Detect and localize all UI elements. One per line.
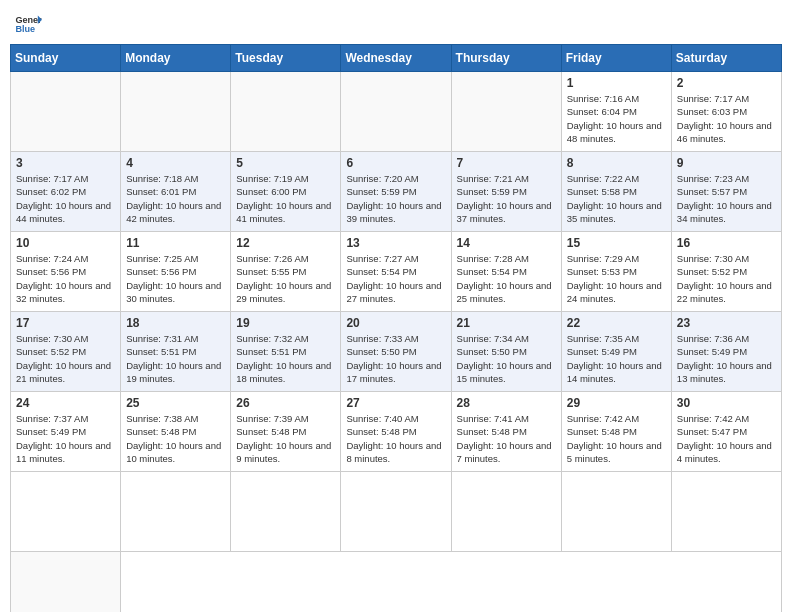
day-number: 5 bbox=[236, 156, 335, 170]
calendar-day-cell: 1Sunrise: 7:16 AM Sunset: 6:04 PM Daylig… bbox=[561, 72, 671, 152]
day-info: Sunrise: 7:28 AM Sunset: 5:54 PM Dayligh… bbox=[457, 252, 556, 305]
empty-cell bbox=[341, 472, 451, 552]
weekday-header: Sunday bbox=[11, 45, 121, 72]
day-info: Sunrise: 7:36 AM Sunset: 5:49 PM Dayligh… bbox=[677, 332, 776, 385]
day-number: 15 bbox=[567, 236, 666, 250]
day-number: 21 bbox=[457, 316, 556, 330]
day-number: 12 bbox=[236, 236, 335, 250]
weekday-header: Monday bbox=[121, 45, 231, 72]
calendar-day-cell: 11Sunrise: 7:25 AM Sunset: 5:56 PM Dayli… bbox=[121, 232, 231, 312]
day-number: 25 bbox=[126, 396, 225, 410]
empty-cell bbox=[121, 472, 231, 552]
day-number: 3 bbox=[16, 156, 115, 170]
day-info: Sunrise: 7:42 AM Sunset: 5:47 PM Dayligh… bbox=[677, 412, 776, 465]
weekday-header: Tuesday bbox=[231, 45, 341, 72]
weekday-header: Thursday bbox=[451, 45, 561, 72]
day-info: Sunrise: 7:35 AM Sunset: 5:49 PM Dayligh… bbox=[567, 332, 666, 385]
calendar-day-cell: 18Sunrise: 7:31 AM Sunset: 5:51 PM Dayli… bbox=[121, 312, 231, 392]
calendar-day-cell: 2Sunrise: 7:17 AM Sunset: 6:03 PM Daylig… bbox=[671, 72, 781, 152]
calendar-day-cell: 17Sunrise: 7:30 AM Sunset: 5:52 PM Dayli… bbox=[11, 312, 121, 392]
day-number: 30 bbox=[677, 396, 776, 410]
calendar-day-cell: 12Sunrise: 7:26 AM Sunset: 5:55 PM Dayli… bbox=[231, 232, 341, 312]
day-info: Sunrise: 7:31 AM Sunset: 5:51 PM Dayligh… bbox=[126, 332, 225, 385]
generalblue-logo-icon: General Blue bbox=[14, 10, 42, 38]
day-info: Sunrise: 7:29 AM Sunset: 5:53 PM Dayligh… bbox=[567, 252, 666, 305]
day-number: 7 bbox=[457, 156, 556, 170]
calendar-week-row: 3Sunrise: 7:17 AM Sunset: 6:02 PM Daylig… bbox=[11, 152, 782, 232]
day-number: 23 bbox=[677, 316, 776, 330]
day-info: Sunrise: 7:17 AM Sunset: 6:03 PM Dayligh… bbox=[677, 92, 776, 145]
empty-cell bbox=[561, 472, 671, 552]
day-number: 4 bbox=[126, 156, 225, 170]
calendar-day-cell: 15Sunrise: 7:29 AM Sunset: 5:53 PM Dayli… bbox=[561, 232, 671, 312]
day-info: Sunrise: 7:16 AM Sunset: 6:04 PM Dayligh… bbox=[567, 92, 666, 145]
day-info: Sunrise: 7:22 AM Sunset: 5:58 PM Dayligh… bbox=[567, 172, 666, 225]
day-info: Sunrise: 7:18 AM Sunset: 6:01 PM Dayligh… bbox=[126, 172, 225, 225]
day-number: 28 bbox=[457, 396, 556, 410]
calendar-day-cell: 3Sunrise: 7:17 AM Sunset: 6:02 PM Daylig… bbox=[11, 152, 121, 232]
day-info: Sunrise: 7:21 AM Sunset: 5:59 PM Dayligh… bbox=[457, 172, 556, 225]
weekday-header: Friday bbox=[561, 45, 671, 72]
day-info: Sunrise: 7:33 AM Sunset: 5:50 PM Dayligh… bbox=[346, 332, 445, 385]
day-number: 26 bbox=[236, 396, 335, 410]
day-info: Sunrise: 7:32 AM Sunset: 5:51 PM Dayligh… bbox=[236, 332, 335, 385]
calendar-day-cell: 14Sunrise: 7:28 AM Sunset: 5:54 PM Dayli… bbox=[451, 232, 561, 312]
empty-cell bbox=[451, 72, 561, 152]
calendar-day-cell: 19Sunrise: 7:32 AM Sunset: 5:51 PM Dayli… bbox=[231, 312, 341, 392]
day-number: 8 bbox=[567, 156, 666, 170]
day-number: 1 bbox=[567, 76, 666, 90]
day-number: 17 bbox=[16, 316, 115, 330]
day-number: 16 bbox=[677, 236, 776, 250]
empty-cell bbox=[11, 472, 121, 552]
calendar-day-cell: 4Sunrise: 7:18 AM Sunset: 6:01 PM Daylig… bbox=[121, 152, 231, 232]
calendar-day-cell: 20Sunrise: 7:33 AM Sunset: 5:50 PM Dayli… bbox=[341, 312, 451, 392]
day-info: Sunrise: 7:34 AM Sunset: 5:50 PM Dayligh… bbox=[457, 332, 556, 385]
calendar-day-cell: 26Sunrise: 7:39 AM Sunset: 5:48 PM Dayli… bbox=[231, 392, 341, 472]
day-number: 9 bbox=[677, 156, 776, 170]
day-info: Sunrise: 7:38 AM Sunset: 5:48 PM Dayligh… bbox=[126, 412, 225, 465]
day-number: 14 bbox=[457, 236, 556, 250]
calendar-week-row bbox=[11, 552, 782, 613]
calendar-day-cell: 7Sunrise: 7:21 AM Sunset: 5:59 PM Daylig… bbox=[451, 152, 561, 232]
calendar-day-cell: 8Sunrise: 7:22 AM Sunset: 5:58 PM Daylig… bbox=[561, 152, 671, 232]
calendar-day-cell: 23Sunrise: 7:36 AM Sunset: 5:49 PM Dayli… bbox=[671, 312, 781, 392]
empty-cell bbox=[11, 72, 121, 152]
day-number: 19 bbox=[236, 316, 335, 330]
calendar-week-row bbox=[11, 472, 782, 552]
calendar-day-cell: 9Sunrise: 7:23 AM Sunset: 5:57 PM Daylig… bbox=[671, 152, 781, 232]
calendar-day-cell: 13Sunrise: 7:27 AM Sunset: 5:54 PM Dayli… bbox=[341, 232, 451, 312]
weekday-header: Wednesday bbox=[341, 45, 451, 72]
svg-text:Blue: Blue bbox=[15, 24, 35, 34]
day-info: Sunrise: 7:17 AM Sunset: 6:02 PM Dayligh… bbox=[16, 172, 115, 225]
day-number: 10 bbox=[16, 236, 115, 250]
day-info: Sunrise: 7:41 AM Sunset: 5:48 PM Dayligh… bbox=[457, 412, 556, 465]
calendar-day-cell: 10Sunrise: 7:24 AM Sunset: 5:56 PM Dayli… bbox=[11, 232, 121, 312]
calendar-day-cell: 16Sunrise: 7:30 AM Sunset: 5:52 PM Dayli… bbox=[671, 232, 781, 312]
day-info: Sunrise: 7:20 AM Sunset: 5:59 PM Dayligh… bbox=[346, 172, 445, 225]
calendar-day-cell: 22Sunrise: 7:35 AM Sunset: 5:49 PM Dayli… bbox=[561, 312, 671, 392]
calendar-day-cell: 21Sunrise: 7:34 AM Sunset: 5:50 PM Dayli… bbox=[451, 312, 561, 392]
day-number: 6 bbox=[346, 156, 445, 170]
calendar-week-row: 17Sunrise: 7:30 AM Sunset: 5:52 PM Dayli… bbox=[11, 312, 782, 392]
calendar-day-cell: 24Sunrise: 7:37 AM Sunset: 5:49 PM Dayli… bbox=[11, 392, 121, 472]
day-number: 11 bbox=[126, 236, 225, 250]
weekday-header: Saturday bbox=[671, 45, 781, 72]
calendar-day-cell: 5Sunrise: 7:19 AM Sunset: 6:00 PM Daylig… bbox=[231, 152, 341, 232]
day-info: Sunrise: 7:25 AM Sunset: 5:56 PM Dayligh… bbox=[126, 252, 225, 305]
day-number: 24 bbox=[16, 396, 115, 410]
logo: General Blue bbox=[14, 10, 42, 38]
day-info: Sunrise: 7:26 AM Sunset: 5:55 PM Dayligh… bbox=[236, 252, 335, 305]
day-info: Sunrise: 7:40 AM Sunset: 5:48 PM Dayligh… bbox=[346, 412, 445, 465]
day-info: Sunrise: 7:19 AM Sunset: 6:00 PM Dayligh… bbox=[236, 172, 335, 225]
day-number: 13 bbox=[346, 236, 445, 250]
day-info: Sunrise: 7:27 AM Sunset: 5:54 PM Dayligh… bbox=[346, 252, 445, 305]
day-number: 22 bbox=[567, 316, 666, 330]
day-info: Sunrise: 7:30 AM Sunset: 5:52 PM Dayligh… bbox=[16, 332, 115, 385]
calendar-table: SundayMondayTuesdayWednesdayThursdayFrid… bbox=[10, 44, 782, 612]
calendar-week-row: 10Sunrise: 7:24 AM Sunset: 5:56 PM Dayli… bbox=[11, 232, 782, 312]
calendar-day-cell: 6Sunrise: 7:20 AM Sunset: 5:59 PM Daylig… bbox=[341, 152, 451, 232]
day-info: Sunrise: 7:37 AM Sunset: 5:49 PM Dayligh… bbox=[16, 412, 115, 465]
day-info: Sunrise: 7:23 AM Sunset: 5:57 PM Dayligh… bbox=[677, 172, 776, 225]
empty-cell bbox=[341, 72, 451, 152]
empty-cell bbox=[11, 552, 121, 613]
